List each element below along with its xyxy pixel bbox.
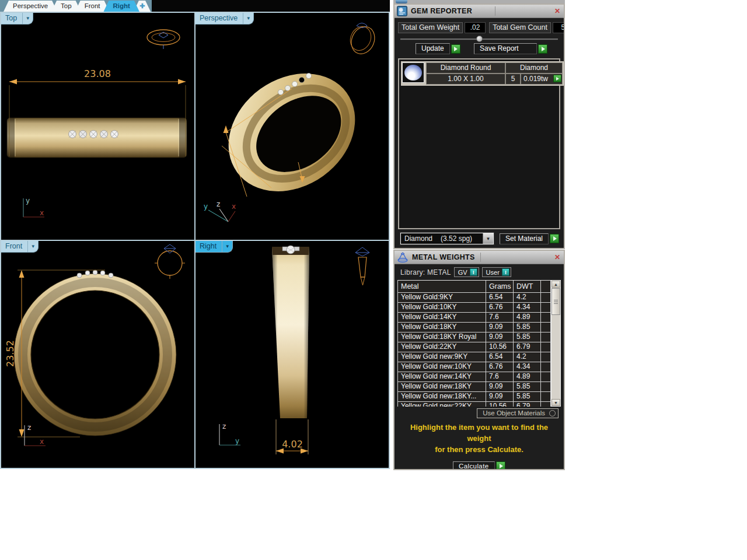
- library-label: Library: METAL: [400, 268, 451, 276]
- play-icon: [553, 236, 557, 241]
- column-header-grams[interactable]: Grams: [486, 281, 514, 293]
- metal-table-scrollbar[interactable]: ▲ ▼: [551, 280, 561, 407]
- update-play-button[interactable]: [451, 44, 460, 54]
- tab-perspective[interactable]: Perspective: [4, 1, 57, 12]
- gem-thumbnail: [402, 62, 424, 83]
- viewport-right[interactable]: 4.02 z y Right ▼: [196, 241, 389, 468]
- gem-reporter-titlebar[interactable]: GEM REPORTER ✕: [395, 5, 564, 18]
- viewport-label-text: Front: [1, 241, 27, 252]
- thumb-grip: [554, 300, 558, 304]
- axis-indicator-side-view: z y: [219, 422, 240, 445]
- ring-glyph-perspective: [347, 23, 379, 57]
- axis-label-z: z: [222, 422, 226, 430]
- perspective-view-canvas: y z x: [196, 13, 389, 239]
- table-row[interactable]: Yellow Gold new:14KY7.64.89: [398, 372, 551, 382]
- material-name: Diamond: [401, 235, 432, 243]
- axis-label-x: x: [232, 202, 236, 211]
- table-row[interactable]: Yellow Gold:14KY7.64.89: [398, 313, 551, 323]
- top-view-canvas: 23.08 y x: [1, 13, 194, 239]
- metal-table-area: Metal Grams DWT Yellow Gold:9KY6.544.2 Y…: [397, 280, 561, 407]
- ring-glyph-top: [147, 30, 180, 49]
- gem-material-cell: Diamond: [505, 62, 563, 74]
- table-row[interactable]: Yellow Gold:18KY9.095.85: [398, 323, 551, 332]
- tab-right[interactable]: Right: [103, 1, 139, 12]
- table-row[interactable]: Yellow Gold new:10KY6.764.34: [398, 362, 551, 372]
- scroll-down-icon[interactable]: ▼: [551, 399, 560, 406]
- gem-row-play-button[interactable]: [553, 75, 561, 82]
- ring-band-front-view: [14, 274, 176, 436]
- viewport-top[interactable]: 23.08 y x Top ▼: [1, 13, 194, 240]
- chevron-down-icon[interactable]: ▼: [23, 13, 33, 24]
- scrollbar-thumb[interactable]: [551, 288, 560, 315]
- metal-weights-icon: [397, 251, 409, 263]
- ring-band-side-view: [272, 247, 309, 418]
- gem-report-slider[interactable]: [400, 35, 558, 41]
- set-material-button[interactable]: Set Material: [500, 233, 549, 244]
- viewport-label-front[interactable]: Front ▼: [1, 241, 39, 253]
- total-gem-count-value: 5: [553, 22, 564, 33]
- gem-row-table: Diamond Round Diamond 1.00 X 1.00 5 0.01…: [426, 62, 563, 85]
- titlebar-divider: [495, 6, 495, 16]
- viewport-tab-bar: Perspective Top Front Right ✚: [0, 0, 390, 12]
- gem-weight-cell: 0.019tw: [521, 74, 563, 85]
- viewport-label-perspective[interactable]: Perspective ▼: [196, 13, 254, 24]
- table-row[interactable]: Yellow Gold:18KY Royal9.095.85: [398, 332, 551, 342]
- close-icon[interactable]: ✕: [553, 7, 561, 15]
- use-object-materials-toggle[interactable]: Use Object Materials: [477, 408, 558, 418]
- viewport-front[interactable]: 23.52 z x Front ▼: [1, 241, 194, 468]
- viewport-perspective[interactable]: y z x Perspective ▼: [196, 13, 389, 240]
- metal-weights-panel: METAL WEIGHTS ✕ Library: METAL GV I User…: [393, 250, 565, 470]
- metal-table: Metal Grams DWT Yellow Gold:9KY6.544.2 Y…: [397, 280, 551, 407]
- column-header-metal[interactable]: Metal: [398, 281, 486, 293]
- radio-icon[interactable]: [549, 410, 556, 416]
- panel-title: METAL WEIGHTS: [412, 253, 475, 261]
- user-toggle-button[interactable]: User I: [482, 267, 511, 277]
- axis-indicator-perspective: y z x: [204, 200, 236, 222]
- table-row-partial[interactable]: Yellow Gold new:22KY10.566.79: [398, 402, 551, 407]
- update-button[interactable]: Update: [416, 43, 450, 54]
- table-row[interactable]: Yellow Gold:9KY6.544.2: [398, 293, 551, 303]
- save-report-button[interactable]: Save Report: [474, 43, 537, 54]
- chevron-down-icon[interactable]: ▼: [222, 241, 232, 252]
- metal-table-rows: Yellow Gold:9KY6.544.2 Yellow Gold:10KY6…: [398, 293, 551, 407]
- material-density: (3.52 spg): [441, 235, 472, 243]
- tab-front[interactable]: Front: [75, 1, 110, 12]
- set-material-play-button[interactable]: [550, 234, 559, 243]
- scroll-up-icon[interactable]: ▲: [551, 281, 560, 288]
- gv-toggle-button[interactable]: GV I: [454, 267, 479, 277]
- slider-knob[interactable]: [476, 36, 483, 42]
- ring-glyph-front: [155, 244, 185, 279]
- table-row[interactable]: Yellow Gold:22KY10.566.79: [398, 342, 551, 352]
- column-header-dwt[interactable]: DWT: [514, 281, 541, 293]
- titlebar-divider: [480, 253, 481, 262]
- front-view-canvas: 23.52 z x: [1, 241, 194, 467]
- chevron-down-icon[interactable]: ▼: [243, 13, 253, 24]
- chevron-down-icon[interactable]: ▼: [28, 241, 38, 252]
- metal-weights-titlebar[interactable]: METAL WEIGHTS ✕: [395, 251, 564, 264]
- app-window: Perspective Top Front Right ✚: [0, 0, 747, 560]
- calculate-play-button[interactable]: [496, 461, 505, 469]
- gem-reporter-panel: GEM REPORTER ✕ Total Gem Weight .02 Tota…: [393, 4, 565, 249]
- ring-glyph-side: [355, 247, 369, 285]
- axis-label-z: z: [27, 424, 31, 432]
- total-gem-count-label: Total Gem Count: [489, 22, 551, 33]
- table-row[interactable]: Yellow Gold new:18KY...9.095.85: [398, 392, 551, 402]
- table-row[interactable]: Yellow Gold new:9KY6.544.2: [398, 352, 551, 362]
- save-report-play-button[interactable]: [538, 44, 547, 54]
- close-icon[interactable]: ✕: [553, 253, 561, 261]
- play-icon: [500, 464, 503, 468]
- gem-report-row[interactable]: Diamond Round Diamond 1.00 X 1.00 5 0.01…: [401, 61, 564, 86]
- total-gem-weight-value: .02: [465, 22, 486, 33]
- play-icon: [454, 47, 458, 51]
- table-row[interactable]: Yellow Gold:10KY6.764.34: [398, 303, 551, 313]
- viewport-label-right[interactable]: Right ▼: [196, 241, 233, 253]
- chevron-down-icon[interactable]: ▼: [483, 233, 493, 244]
- viewport-label-top[interactable]: Top ▼: [1, 13, 33, 24]
- gem-stone-image: [404, 65, 422, 80]
- metal-weights-body: Library: METAL GV I User I Metal Grams D…: [395, 264, 564, 469]
- table-row[interactable]: Yellow Gold new:18KY9.095.85: [398, 382, 551, 392]
- gem-report-list: Diamond Round Diamond 1.00 X 1.00 5 0.01…: [398, 58, 560, 229]
- calculate-button[interactable]: Calculate: [453, 461, 495, 469]
- play-icon: [542, 47, 545, 51]
- material-dropdown[interactable]: Diamond (3.52 spg) ▼: [400, 233, 494, 244]
